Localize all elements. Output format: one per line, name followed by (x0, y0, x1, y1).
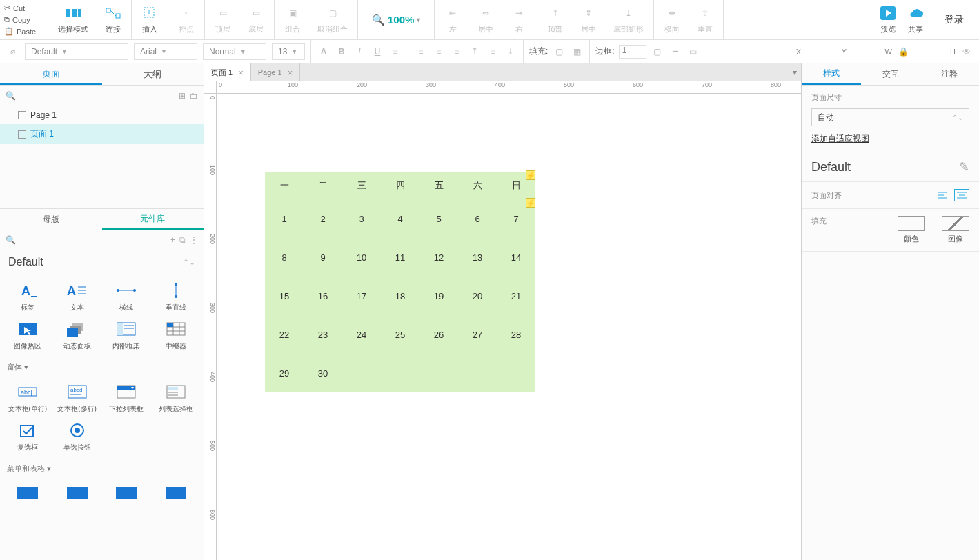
fillimg-icon[interactable]: ▦ (570, 45, 584, 59)
libs-icon[interactable]: ⧉ (179, 235, 186, 245)
calendar-cell[interactable]: 23 (304, 315, 342, 354)
widget-tfield[interactable]: abc|文本框(单行) (4, 381, 51, 417)
fontsize-select[interactable]: 13▼ (272, 43, 305, 60)
zoom-control[interactable]: 🔍 100% ▾ (362, 14, 430, 26)
widget-menu[interactable] (103, 482, 150, 504)
calendar-cell[interactable]: 30 (304, 354, 342, 392)
visibility-icon[interactable]: 👁 (960, 45, 973, 59)
widget-menu[interactable] (152, 482, 199, 504)
connect-button[interactable]: 连接 (99, 3, 127, 36)
talign-center-icon[interactable]: ≡ (432, 45, 446, 59)
more-icon[interactable]: ⋮ (190, 235, 198, 245)
paste-button[interactable]: 📋Paste (4, 26, 43, 37)
calendar-cell[interactable]: 20 (458, 277, 497, 315)
tabs-dropdown-icon[interactable]: ▾ (793, 68, 801, 77)
calendar-cell[interactable]: 17 (342, 277, 381, 315)
calendar-cell[interactable]: 4 (381, 199, 419, 238)
search-icon[interactable]: 🔍 (6, 235, 16, 245)
bullets-icon[interactable]: ≡ (388, 45, 402, 59)
widget-listbox[interactable]: 列表选择框 (152, 381, 199, 417)
calendar-cell[interactable]: 16 (304, 277, 342, 315)
widget-label[interactable]: A标签 (4, 279, 51, 315)
calendar-cell[interactable]: 8 (265, 238, 304, 277)
font-select[interactable]: Arial▼ (134, 43, 197, 60)
tab-outline[interactable]: 大纲 (102, 63, 204, 85)
weight-select[interactable]: Normal▼ (203, 43, 266, 60)
calendar-cell[interactable]: 26 (419, 315, 458, 354)
calendar-cell[interactable] (497, 354, 535, 392)
calendar-cell[interactable]: 6 (458, 199, 497, 238)
close-icon[interactable]: × (288, 68, 293, 78)
widget-menu[interactable] (54, 482, 101, 504)
talign-right-icon[interactable]: ≡ (450, 45, 464, 59)
underline-icon[interactable]: U (370, 45, 384, 59)
widget-search-input[interactable] (20, 235, 166, 245)
calendar-cell[interactable]: 22 (265, 315, 304, 354)
calendar-cell[interactable]: 10 (342, 238, 381, 277)
copy-button[interactable]: ⧉Copy (4, 14, 43, 25)
widget-droplist[interactable]: 下拉列表框 (103, 381, 150, 417)
widget-menu[interactable] (4, 482, 51, 504)
border-width-input[interactable]: 1 (619, 45, 646, 59)
tab-style[interactable]: 样式 (802, 63, 861, 85)
fontcolor-icon[interactable]: A (317, 45, 330, 59)
calendar-cell[interactable]: 11 (381, 238, 419, 277)
bold-icon[interactable]: B (335, 45, 348, 59)
bordercolor-icon[interactable]: ▢ (651, 45, 664, 59)
calendar-cell[interactable]: 28 (497, 315, 535, 354)
search-icon[interactable]: 🔍 (6, 91, 16, 101)
clear-format-icon[interactable]: ⌀ (6, 45, 19, 59)
widget-iframe[interactable]: 内部框架 (103, 318, 150, 354)
calendar-cell[interactable]: 18 (381, 277, 419, 315)
fill-image-button[interactable]: 图像 (942, 216, 969, 244)
widget-text[interactable]: A文本 (54, 279, 101, 315)
widget-tarea[interactable]: abcd文本框(多行) (54, 381, 101, 417)
calendar-cell[interactable]: 1 (265, 199, 304, 238)
page-align-left-button[interactable] (935, 189, 950, 201)
calendar-cell[interactable]: 3 (342, 199, 381, 238)
calendar-cell[interactable] (381, 354, 419, 392)
canvas[interactable]: ⚡ ⚡ 一二三四五六日12345678910111213141516171819… (217, 94, 801, 560)
calendar-cell[interactable]: 15 (265, 277, 304, 315)
page-size-select[interactable]: 自动⌃⌄ (811, 108, 969, 126)
widget-hotspot[interactable]: 图像热区 (4, 318, 51, 354)
calendar-cell[interactable]: 19 (419, 277, 458, 315)
widget-radio[interactable]: 单选按钮 (54, 419, 101, 455)
bordervis-icon[interactable]: ▭ (686, 45, 700, 59)
lib-chevron-icon[interactable]: ⌃⌄ (183, 258, 195, 267)
widget-repeater[interactable]: 中继器 (152, 318, 199, 354)
valign-mid-icon[interactable]: ≡ (486, 45, 500, 59)
borderstyle-icon[interactable]: ━ (669, 45, 682, 59)
calendar-cell[interactable] (458, 354, 497, 392)
calendar-cell[interactable]: 14 (497, 238, 535, 277)
calendar-cell[interactable]: 21 (497, 277, 535, 315)
close-icon[interactable]: × (238, 68, 244, 78)
tab-notes[interactable]: 注释 (920, 63, 979, 85)
add-page-icon[interactable]: ⊞ (179, 91, 186, 101)
valign-top-icon[interactable]: ⤒ (468, 45, 482, 59)
tab-widgets[interactable]: 元件库 (102, 209, 204, 230)
share-button[interactable]: 共享 (902, 3, 929, 36)
edit-style-icon[interactable]: ✎ (959, 159, 969, 174)
fillcolor-icon[interactable]: ▢ (552, 45, 566, 59)
canvas-tab-1[interactable]: 页面 1× (204, 63, 251, 81)
tab-masters[interactable]: 母版 (0, 209, 102, 230)
calendar-cell[interactable]: 9 (304, 238, 342, 277)
login-button[interactable]: 登录 (929, 14, 979, 26)
page-align-center-button[interactable] (954, 189, 969, 201)
calendar-cell[interactable]: 5 (419, 199, 458, 238)
add-lib-icon[interactable]: + (170, 235, 175, 245)
insert-button[interactable]: + 插入 (136, 3, 164, 36)
widget-vline[interactable]: 垂直线 (152, 279, 199, 315)
preview-button[interactable]: 预览 (874, 3, 902, 36)
calendar-cell[interactable]: 13 (458, 238, 497, 277)
style-select[interactable]: Default▼ (25, 43, 128, 60)
cut-button[interactable]: ✂Cut (4, 3, 43, 13)
lock-icon[interactable]: 🔒 (896, 45, 910, 59)
section-menu[interactable]: 菜单和表格 ▾ (0, 461, 204, 477)
add-folder-icon[interactable]: 🗀 (190, 91, 198, 101)
calendar-cell[interactable]: 24 (342, 315, 381, 354)
page-item[interactable]: 页面 1 (0, 124, 204, 144)
calendar-cell[interactable] (419, 354, 458, 392)
calendar-cell[interactable]: 12 (419, 238, 458, 277)
